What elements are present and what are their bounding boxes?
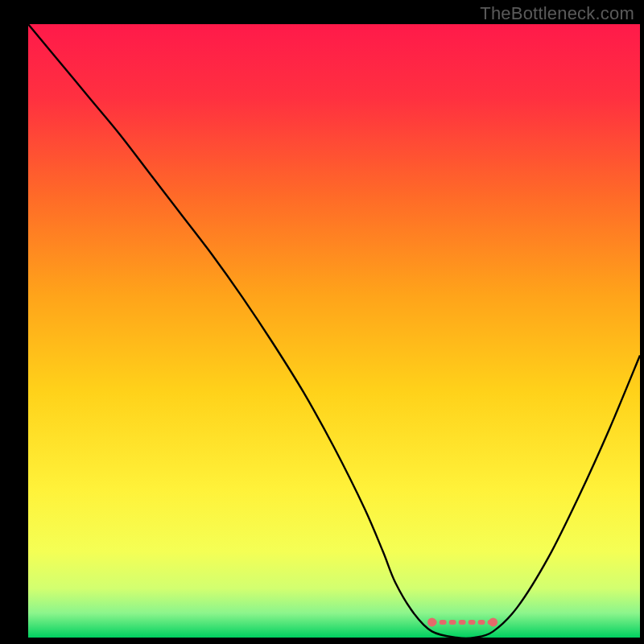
optimum-band-end-dot [489, 617, 497, 626]
gradient-background [28, 24, 640, 638]
optimum-band-start-dot [427, 617, 436, 626]
bottleneck-chart [0, 0, 644, 644]
chart-frame: TheBottleneck.com [0, 0, 644, 644]
watermark-text: TheBottleneck.com [480, 3, 634, 24]
